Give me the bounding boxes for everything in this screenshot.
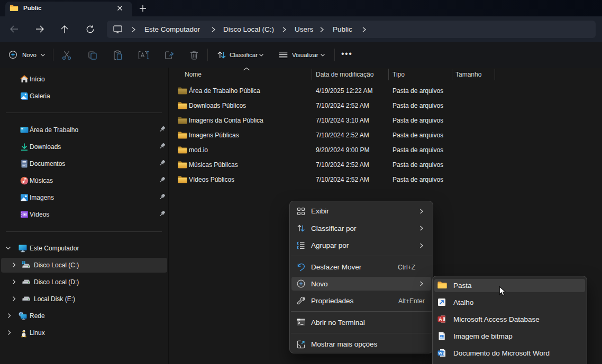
svg-text:A: A [439, 316, 442, 322]
svg-text:W: W [438, 351, 442, 356]
